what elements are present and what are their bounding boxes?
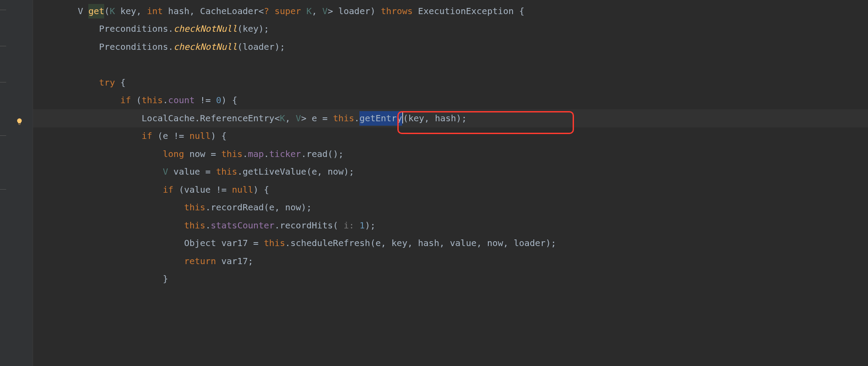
static-method: checkNotNull — [174, 40, 238, 54]
keyword-this: this — [264, 236, 285, 250]
method-call: .scheduleRefresh(e, key, hash, value, no… — [285, 236, 556, 250]
indent — [62, 164, 163, 179]
keyword-null: null — [189, 129, 211, 143]
brace: ) { — [253, 183, 269, 197]
type-param: K — [280, 111, 285, 126]
type-ref: Object var17 = — [184, 236, 264, 250]
keyword: super — [275, 4, 301, 19]
space — [269, 4, 275, 19]
indent — [62, 200, 184, 215]
keyword: if — [142, 129, 152, 143]
indent — [62, 4, 78, 19]
args: (key, hash); — [403, 111, 467, 126]
paren: ); — [365, 218, 375, 233]
number: 0 — [216, 93, 221, 108]
type-param: V — [163, 164, 168, 179]
assign: now = — [184, 147, 221, 161]
brace: ) { — [211, 129, 226, 143]
code-line[interactable]: } — [33, 270, 868, 288]
intention-bulb-icon[interactable] — [15, 116, 23, 123]
static-method: checkNotNull — [174, 22, 238, 36]
type-param: K — [109, 4, 115, 19]
code-line[interactable]: Preconditions.checkNotNull(key); — [33, 20, 868, 38]
type-ref: LocalCache.ReferenceEntry< — [142, 111, 280, 126]
fold-marker[interactable] — [0, 10, 6, 10]
indent — [62, 147, 163, 161]
field-ref: count — [168, 93, 195, 108]
inlay-hint: i: — [338, 218, 359, 233]
keyword: return — [184, 254, 216, 269]
code-line[interactable]: this.statsCounter.recordHits( i: 1); — [33, 217, 868, 235]
dot: . — [205, 218, 211, 233]
field-ref: ticker — [269, 147, 301, 161]
editor-content[interactable]: V get(K key, int hash, CacheLoader<? sup… — [33, 2, 868, 288]
selected-identifier: getEntry — [359, 111, 402, 126]
assign: > e = — [301, 111, 333, 126]
indent — [62, 254, 184, 269]
code-line-current[interactable]: LocalCache.ReferenceEntry<K, V> e = this… — [33, 109, 868, 127]
indent — [62, 218, 184, 233]
type-param: V — [322, 4, 328, 19]
method-call: .recordRead(e, now); — [205, 200, 312, 215]
code-line[interactable]: this.recordRead(e, now); — [33, 199, 868, 217]
indent — [62, 129, 142, 143]
args: (loader); — [237, 40, 285, 54]
type-param: K — [306, 4, 312, 19]
fold-marker[interactable] — [0, 189, 6, 190]
operator: != — [195, 93, 216, 108]
class-ref: Preconditions. — [99, 22, 174, 36]
args: (key); — [237, 22, 269, 36]
code-line[interactable]: if (e != null) { — [33, 127, 868, 146]
dot: . — [264, 147, 269, 161]
method-call: .recordHits( — [275, 218, 339, 233]
keyword: int — [147, 4, 163, 19]
brace: } — [163, 272, 168, 286]
keyword-this: this — [333, 111, 354, 126]
wildcard: ? — [264, 4, 269, 19]
brace: ) { — [221, 93, 237, 108]
code-line-empty[interactable] — [33, 56, 868, 74]
fold-marker[interactable] — [0, 135, 6, 136]
field-ref: statsCounter — [211, 218, 275, 233]
dot: . — [242, 147, 248, 161]
keyword-null: null — [232, 183, 253, 197]
var-ref: var17; — [216, 254, 253, 269]
keyword-this: this — [142, 93, 163, 108]
method-name-highlighted: get — [88, 4, 104, 19]
field-ref: map — [248, 147, 264, 161]
class-ref: Preconditions. — [99, 40, 174, 54]
fold-marker[interactable] — [0, 46, 6, 46]
exception-type: ExecutionException { — [413, 4, 525, 19]
dot: . — [163, 93, 168, 108]
cond: (e != — [152, 129, 189, 143]
keyword: if — [120, 93, 131, 108]
editor-gutter — [0, 0, 33, 366]
code-line[interactable]: Object var17 = this.scheduleRefresh(e, k… — [33, 235, 868, 253]
method-call: .getLiveValue(e, now); — [237, 164, 354, 179]
paren: ( — [104, 4, 109, 19]
keyword-this: this — [184, 218, 205, 233]
indent — [62, 22, 99, 36]
space — [301, 4, 306, 19]
code-line[interactable]: V value = this.getLiveValue(e, now); — [33, 163, 868, 181]
code-line[interactable]: if (this.count != 0) { — [33, 92, 868, 110]
fold-marker[interactable] — [0, 82, 6, 82]
code-line[interactable]: Preconditions.checkNotNull(loader); — [33, 38, 868, 56]
code-line[interactable]: try { — [33, 74, 868, 92]
code-line[interactable]: if (value != null) { — [33, 181, 868, 199]
comma: , — [285, 111, 296, 126]
param: hash, CacheLoader< — [163, 4, 264, 19]
indent — [62, 40, 99, 54]
code-line[interactable]: return var17; — [33, 252, 868, 270]
code-line[interactable]: V get(K key, int hash, CacheLoader<? sup… — [33, 2, 868, 20]
keyword: throws — [381, 4, 413, 19]
keyword-this: this — [221, 147, 242, 161]
indent — [62, 93, 120, 108]
dot: . — [354, 111, 359, 126]
cond: (value != — [174, 183, 232, 197]
keyword: try — [99, 75, 115, 90]
type-param: V — [296, 111, 301, 126]
code-line[interactable]: long now = this.map.ticker.read(); — [33, 145, 868, 163]
method-call: .read(); — [301, 147, 343, 161]
comma: , — [312, 4, 322, 19]
